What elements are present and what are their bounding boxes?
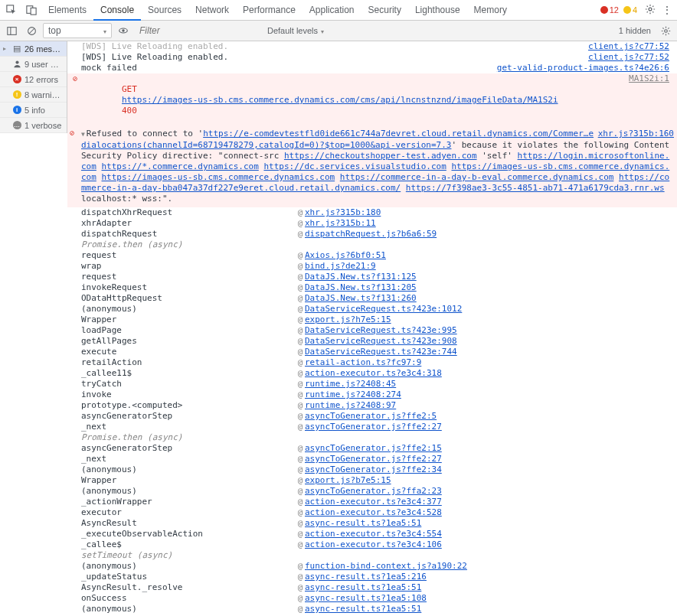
stack-location-link[interactable]: bind.js?de21:9 <box>305 261 376 271</box>
stack-location-link[interactable]: xhr.js?315b:11 <box>305 218 376 228</box>
tab-lighthouse[interactable]: Lighthouse <box>408 0 467 21</box>
console-log-row[interactable]: mock failedget-valid-product-images.ts?4… <box>67 63 677 73</box>
source-link[interactable]: get-valid-product-images.ts?4e26:6 <box>497 63 669 73</box>
filter-input[interactable] <box>135 23 260 38</box>
stack-frame: tryCatch@runtime.js?2408:45 <box>81 379 672 389</box>
tab-console[interactable]: Console <box>93 0 141 21</box>
stack-function: Wrapper <box>81 475 296 486</box>
console-error-row[interactable]: ⊘ GET https://images-us-sb.cms.commerce.… <box>67 73 677 127</box>
at-symbol: @ <box>296 218 305 229</box>
expand-triangle-icon[interactable]: ▼ <box>81 131 85 138</box>
stack-location-link[interactable]: action-executor.ts?e3c4:318 <box>305 368 442 378</box>
csp-error-block[interactable]: ⊘ xhr.js?315b:160 ▼Refused to connect to… <box>67 127 677 207</box>
stack-location-link[interactable]: asyncToGenerator.js?ffe2:5 <box>305 411 437 421</box>
source-link[interactable]: client.js?c77:52 <box>588 52 669 62</box>
clear-console-icon[interactable] <box>23 22 40 39</box>
stack-location-link[interactable]: asyncToGenerator.js?ffe2:27 <box>305 422 442 432</box>
stack-location-link[interactable]: DataServiceRequest.ts?423e:1012 <box>305 304 462 314</box>
source-link[interactable]: MA1S2i:1 <box>629 73 669 83</box>
tab-application[interactable]: Application <box>303 0 361 21</box>
tab-sources[interactable]: Sources <box>141 0 188 21</box>
device-toolbar-icon[interactable] <box>21 0 41 20</box>
stack-location-link[interactable]: action-executor.ts?e3c4:528 <box>305 507 442 517</box>
console-main: ▸▤26 messages9 user mess...×12 errors!8 … <box>0 41 677 616</box>
csp-source-link[interactable]: https://7f398ae3-3c55-4851-ab71-471a6179… <box>406 183 665 193</box>
csp-source-link[interactable]: https://checkoutshopper-test.adyen.com <box>284 151 477 161</box>
stack-location-link[interactable]: async-result.ts?1ea5:51 <box>305 518 421 528</box>
csp-source-link[interactable]: https://images-us-sb.cms.commerce.dynami… <box>102 172 335 182</box>
source-link[interactable]: client.js?c77:52 <box>588 41 669 51</box>
stack-location-link[interactable]: DataJS.New.ts?f131:205 <box>305 282 417 292</box>
tab-performance[interactable]: Performance <box>236 0 303 21</box>
sidebar-verbose[interactable]: …1 verbose <box>0 118 67 133</box>
log-levels-selector[interactable]: Default levels <box>263 23 329 38</box>
stack-frame: onSuccess@async-result.ts?1ea5:108 <box>81 593 672 604</box>
stack-location-link[interactable]: action-executor.ts?e3c4:106 <box>305 539 442 549</box>
stack-location-link[interactable]: export.js?b7e5:15 <box>305 475 391 485</box>
stack-location-link[interactable]: async-result.ts?1ea5:51 <box>305 582 421 592</box>
request-url-link[interactable]: https://images-us-sb.cms.commerce.dynami… <box>122 95 558 105</box>
stack-function: ODataHttpRequest <box>81 293 296 304</box>
tab-elements[interactable]: Elements <box>41 0 93 21</box>
console-settings-gear-icon[interactable] <box>657 22 674 39</box>
stack-location-link[interactable]: retail-action.ts?fc97:9 <box>305 357 421 367</box>
http-method: GET <box>122 84 137 94</box>
stack-location-link[interactable]: dispatchRequest.js?b6a6:59 <box>305 229 437 239</box>
stack-trace: dispatchXhrRequest@xhr.js?315b:180xhrAda… <box>67 207 677 616</box>
stack-location-link[interactable]: action-executor.ts?e3c4:377 <box>305 497 442 507</box>
csp-source-link[interactable]: https://commerce-in-a-day-b-eval.commerc… <box>340 172 614 182</box>
sidebar-info[interactable]: i5 info <box>0 103 67 118</box>
stack-location-link[interactable]: export.js?h7e5:15 <box>305 315 391 324</box>
devtools-tabstrip: ElementsConsoleSourcesNetworkPerformance… <box>0 0 677 21</box>
stack-frame: dispatchRequest@dispatchRequest.js?b6a6:… <box>81 229 672 240</box>
tab-memory[interactable]: Memory <box>467 0 514 21</box>
stack-location-link[interactable]: runtime.js?2408:45 <box>305 379 396 389</box>
stack-location-link[interactable]: function-bind-context.js?a190:22 <box>305 561 467 571</box>
console-log-row[interactable]: [WDS] Live Reloading enabled.client.js?c… <box>67 41 677 52</box>
stack-location-link[interactable]: runtime.js?2408:97 <box>305 400 396 410</box>
stack-location-link[interactable]: async-result.ts?1ea5:108 <box>305 593 427 603</box>
stack-location-link[interactable]: async-result.ts?1ea5:51 <box>305 604 421 614</box>
toggle-sidebar-icon[interactable] <box>3 22 20 39</box>
sidebar-messages[interactable]: ▸▤26 messages <box>0 41 67 57</box>
inspect-element-icon[interactable] <box>2 0 21 20</box>
console-log-row[interactable]: [WDS] Live Reloading enabled.client.js?c… <box>67 52 677 63</box>
stack-location-link[interactable]: DataServiceRequest.ts?423e:995 <box>305 325 457 335</box>
source-link[interactable]: xhr.js?315b:160 <box>598 129 674 139</box>
at-symbol: @ <box>296 539 305 550</box>
stack-location-link[interactable]: asyncToGenerator.js?ffe2:15 <box>305 443 442 453</box>
stack-function: (anonymous) <box>81 561 296 572</box>
error-count-badge[interactable]: 12 <box>600 5 619 15</box>
stack-location-link[interactable]: DataServiceRequest.ts?423e:908 <box>305 336 457 346</box>
context-selector[interactable]: top <box>43 23 112 38</box>
stack-location-link[interactable]: DataJS.New.ts?f131:260 <box>305 293 417 303</box>
warning-count-badge[interactable]: 4 <box>623 5 637 15</box>
sidebar-label: 8 warnings <box>25 90 64 99</box>
stack-frame: AsyncResult._resolve@async-result.ts?1ea… <box>81 582 672 593</box>
stack-location-link[interactable]: action-executor.ts?e3c4:554 <box>305 529 442 539</box>
sidebar-errors[interactable]: ×12 errors <box>0 72 67 87</box>
console-toolbar: top Default levels 1 hidden <box>0 21 677 41</box>
at-symbol: @ <box>296 400 305 411</box>
sidebar-warnings[interactable]: !8 warnings <box>0 87 67 103</box>
csp-source-link[interactable]: https://*.commerce.dynamics.com <box>102 161 259 171</box>
stack-location-link[interactable]: asyncToGenerator.js?ffa2:23 <box>305 486 442 496</box>
stack-location-link[interactable]: async-result.ts?1ea5:216 <box>305 572 427 582</box>
stack-location-link[interactable]: DataJS.New.ts?f131:125 <box>305 272 417 282</box>
svg-rect-4 <box>7 27 15 34</box>
sidebar-user-mess-[interactable]: 9 user mess... <box>0 57 67 72</box>
stack-location-link[interactable]: DataServiceRequest.ts?423e:744 <box>305 347 457 357</box>
at-symbol: @ <box>296 304 305 315</box>
live-expression-icon[interactable] <box>115 22 132 39</box>
stack-location-link[interactable]: Axios.js?6bf0:51 <box>305 250 386 260</box>
more-options-icon[interactable]: ⋮ <box>659 4 675 16</box>
settings-gear-icon[interactable] <box>642 4 659 17</box>
hidden-count[interactable]: 1 hidden <box>619 26 654 35</box>
stack-location-link[interactable]: asyncToGenerator.js?ffe2:34 <box>305 464 442 474</box>
stack-location-link[interactable]: asyncToGenerator.js?ffe2:27 <box>305 454 442 464</box>
csp-source-link[interactable]: https://dc.services.visualstudio.com <box>263 161 446 171</box>
stack-location-link[interactable]: xhr.js?315b:180 <box>305 207 381 217</box>
stack-location-link[interactable]: runtime.js?2408:274 <box>305 389 401 399</box>
tab-network[interactable]: Network <box>188 0 236 21</box>
tab-security[interactable]: Security <box>361 0 408 21</box>
